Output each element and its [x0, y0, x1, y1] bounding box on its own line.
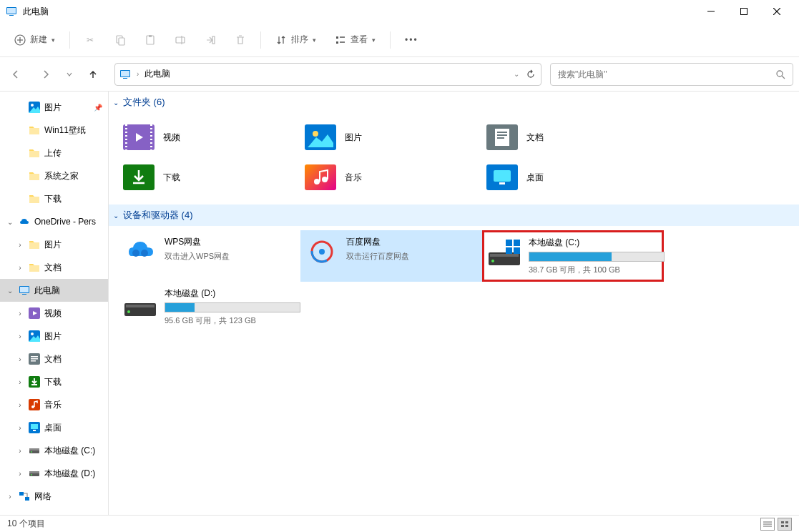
sidebar-label: 上传 — [44, 147, 62, 159]
view-button[interactable]: 查看 ▾ — [328, 27, 383, 53]
separator — [390, 31, 391, 49]
chevron-icon: › — [16, 401, 24, 409]
disk-c-icon — [489, 237, 520, 268]
copy-icon — [114, 34, 126, 46]
share-icon — [205, 34, 216, 46]
sidebar-item[interactable]: 图片📌 — [0, 96, 108, 119]
folder-item[interactable]: 视频 — [119, 117, 300, 157]
chevron-icon: › — [16, 241, 24, 249]
cut-button[interactable]: ✂ — [77, 27, 103, 53]
drive-name: 百度网盘 — [346, 236, 475, 248]
svg-point-27 — [31, 104, 34, 107]
svg-rect-59 — [494, 170, 511, 182]
svg-rect-14 — [176, 37, 185, 43]
sidebar-label: 音乐 — [44, 399, 62, 411]
folder-item[interactable]: 桌面 — [482, 157, 664, 197]
folder-label: 桌面 — [526, 172, 544, 184]
sidebar-item[interactable]: ›文档 — [0, 256, 108, 279]
details-view-toggle[interactable] — [760, 518, 775, 531]
group-folders-label: 文件夹 (6) — [123, 96, 165, 109]
svg-rect-29 — [20, 287, 29, 292]
window-title: 此电脑 — [23, 6, 695, 18]
forward-button[interactable] — [33, 61, 59, 87]
back-button[interactable] — [3, 61, 29, 87]
recent-dropdown[interactable] — [63, 61, 76, 87]
maximize-button[interactable] — [727, 0, 760, 23]
drive-item[interactable]: 本地磁盘 (C:)38.7 GB 可用，共 100 GB — [482, 230, 664, 282]
navigation-pane[interactable]: 图片📌Win11壁纸上传系统之家下载⌄OneDrive - Pers›图片›文档… — [0, 92, 109, 515]
search-input[interactable] — [558, 69, 775, 79]
pc-icon — [6, 6, 17, 17]
sidebar-item[interactable]: ›音乐 — [0, 393, 108, 416]
sidebar-item[interactable]: 系统之家 — [0, 164, 108, 187]
sidebar-item[interactable]: ›下载 — [0, 370, 108, 393]
drive-name: 本地磁盘 (C:) — [529, 237, 665, 249]
sort-icon — [275, 34, 287, 46]
svg-rect-42 — [31, 424, 38, 429]
folder-label: 视频 — [163, 132, 180, 144]
group-header-drives[interactable]: ⌄ 设备和驱动器 (4) — [109, 205, 799, 226]
close-button[interactable] — [760, 0, 793, 23]
folder-icon — [29, 262, 40, 273]
chevron-icon: › — [16, 447, 24, 455]
svg-rect-75 — [781, 525, 784, 527]
pc-icon — [19, 285, 30, 296]
refresh-button[interactable] — [525, 69, 536, 80]
copy-button[interactable] — [107, 27, 133, 53]
sidebar-label: 下载 — [44, 193, 62, 205]
svg-rect-2 — [9, 15, 14, 16]
folder-item[interactable]: 音乐 — [300, 157, 482, 197]
sidebar-item[interactable]: Win11壁纸 — [0, 119, 108, 142]
more-button[interactable]: ••• — [398, 27, 426, 53]
up-button[interactable] — [80, 61, 106, 87]
drive-item[interactable]: 百度网盘双击运行百度网盘 — [300, 230, 482, 282]
sidebar-item[interactable]: ⌄OneDrive - Pers — [0, 210, 108, 233]
folder-item[interactable]: 图片 — [300, 117, 482, 157]
download-icon — [123, 162, 155, 193]
title-bar: 此电脑 — [0, 0, 799, 23]
sidebar-item[interactable]: ›本地磁盘 (C:) — [0, 439, 108, 462]
drive-item[interactable]: WPS网盘双击进入WPS网盘 — [119, 230, 300, 282]
sidebar-item[interactable]: ›本地磁盘 (D:) — [0, 462, 108, 485]
folder-icon — [29, 124, 40, 136]
group-header-folders[interactable]: ⌄ 文件夹 (6) — [109, 92, 799, 113]
sort-button[interactable]: 排序 ▾ — [268, 27, 323, 53]
sidebar-item[interactable]: 下载 — [0, 187, 108, 210]
rename-button[interactable] — [167, 27, 193, 53]
drive-item[interactable]: 本地磁盘 (D:)95.6 GB 可用，共 123 GB — [119, 282, 300, 332]
svg-rect-74 — [785, 521, 788, 523]
drive-name: 本地磁盘 (D:) — [165, 287, 300, 300]
folder-item[interactable]: 文档 — [482, 117, 664, 157]
share-button[interactable] — [197, 27, 223, 53]
chevron-down-icon[interactable]: ⌄ — [514, 70, 519, 78]
breadcrumb-location[interactable]: 此电脑 — [144, 68, 170, 80]
sidebar-item[interactable]: ›桌面 — [0, 416, 108, 439]
cut-icon: ✂ — [84, 34, 96, 46]
svg-rect-37 — [31, 360, 36, 362]
chevron-icon: › — [6, 493, 14, 501]
sidebar-label: 图片 — [44, 330, 62, 343]
delete-button[interactable] — [227, 27, 253, 53]
sidebar-label: 图片 — [44, 239, 62, 251]
folder-icon — [29, 193, 40, 205]
sidebar-item[interactable]: ›网络 — [0, 485, 108, 508]
new-button[interactable]: 新建 ▾ — [7, 27, 62, 53]
paste-button[interactable] — [137, 27, 163, 53]
sidebar-item[interactable]: 上传 — [0, 142, 108, 164]
sidebar-item[interactable]: ›图片 — [0, 233, 108, 256]
search-box[interactable] — [550, 63, 793, 86]
sidebar-item[interactable]: ⌄此电脑 — [0, 279, 108, 302]
address-bar[interactable]: › 此电脑 ⌄ — [114, 63, 541, 86]
onedrive-icon — [19, 216, 30, 227]
paste-icon — [144, 34, 156, 46]
sidebar-label: 文档 — [44, 353, 62, 365]
minimize-button[interactable] — [695, 0, 727, 23]
sidebar-item[interactable]: ›文档 — [0, 348, 108, 370]
view-label: 查看 — [351, 34, 368, 46]
sidebar-label: 网络 — [34, 491, 52, 503]
folder-item[interactable]: 下载 — [119, 157, 300, 197]
large-icons-view-toggle[interactable] — [778, 518, 792, 531]
sidebar-item[interactable]: ›图片 — [0, 325, 108, 348]
sidebar-item[interactable]: ›视频 — [0, 302, 108, 325]
svg-rect-45 — [29, 448, 39, 450]
